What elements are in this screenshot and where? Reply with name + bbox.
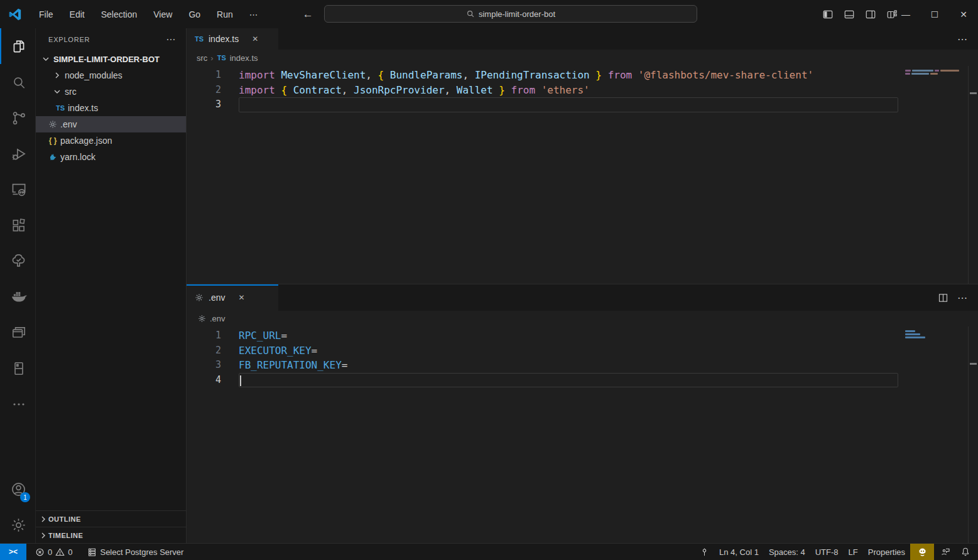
cursor-position[interactable]: Ln 4, Col 1 xyxy=(714,544,764,560)
overview-ruler xyxy=(968,66,978,284)
docker-icon[interactable] xyxy=(0,279,36,315)
code-line[interactable]: import { Contract, JsonRpcProvider, Wall… xyxy=(239,83,902,98)
window-close-icon[interactable]: ✕ xyxy=(949,0,978,28)
accounts-icon[interactable]: 1 xyxy=(0,471,36,507)
tree-item-label: .env xyxy=(60,119,77,129)
minimap[interactable] xyxy=(902,66,968,284)
tree-item-index-ts[interactable]: TS index.ts xyxy=(36,100,186,116)
menu-edit[interactable]: Edit xyxy=(62,7,93,22)
code-content[interactable]: RPC_URL= EXECUTOR_KEY= FB_REPUTATION_KEY… xyxy=(239,326,902,544)
chevron-right-icon xyxy=(52,70,62,80)
eol-indicator[interactable]: LF xyxy=(844,544,863,560)
search-icon xyxy=(466,9,475,18)
settings-gear-icon[interactable] xyxy=(0,507,36,543)
code-line[interactable]: FB_REPUTATION_KEY= xyxy=(239,358,902,373)
ports-indicator[interactable] xyxy=(695,544,714,560)
breadcrumb-file[interactable]: index.ts xyxy=(230,53,258,63)
window-maximize-icon[interactable]: ☐ xyxy=(920,0,949,28)
menu-view[interactable]: View xyxy=(145,7,180,22)
postgres-server-label: Select Postgres Server xyxy=(100,547,183,557)
warning-icon xyxy=(55,547,65,557)
tree-item-node-modules[interactable]: node_modules xyxy=(36,67,186,83)
accounts-badge: 1 xyxy=(20,492,30,502)
port-icon xyxy=(700,547,709,557)
code-line[interactable]: import MevShareClient, { BundleParams, I… xyxy=(239,68,902,83)
code-line[interactable]: EXECUTOR_KEY= xyxy=(239,343,902,358)
explorer-title: EXPLORER xyxy=(48,36,90,43)
tree-item-label: index.ts xyxy=(68,103,98,113)
menu-more-icon[interactable]: ⋯ xyxy=(241,7,266,22)
menu-file[interactable]: File xyxy=(31,7,62,22)
titlebar: File Edit Selection View Go Run ⋯ ← → si… xyxy=(0,0,978,28)
remote-explorer-icon[interactable] xyxy=(0,171,36,207)
editor-group-bottom: .env ✕ ⋯ .env 1 2 3 xyxy=(187,284,978,543)
editor-gutter[interactable]: 1 2 3 xyxy=(187,66,239,284)
history-back-icon[interactable]: ← xyxy=(303,8,313,21)
remote-indicator[interactable]: >< xyxy=(0,544,26,560)
feedback-item[interactable] xyxy=(934,544,957,560)
database-icon[interactable] xyxy=(0,350,36,386)
explorer-more-actions-icon[interactable]: ⋯ xyxy=(162,33,180,46)
gear-file-icon xyxy=(197,314,207,324)
code-editor-index-ts[interactable]: 1 2 3 import MevShareClient, { BundlePar… xyxy=(187,66,978,284)
editor-gutter[interactable]: 1 2 3 4 xyxy=(187,326,239,544)
postgres-server-item[interactable]: Select Postgres Server xyxy=(82,544,188,560)
indentation-label: Spaces: 4 xyxy=(769,547,805,557)
menu-run[interactable]: Run xyxy=(209,7,241,22)
toggle-secondary-sidebar-icon[interactable] xyxy=(865,9,876,20)
explorer-icon[interactable] xyxy=(0,28,36,64)
code-line-current[interactable] xyxy=(239,97,898,112)
editor-more-actions-icon[interactable]: ⋯ xyxy=(957,292,968,304)
tree-item-label: src xyxy=(65,87,77,97)
toggle-panel-icon[interactable] xyxy=(844,9,855,20)
search-sidebar-icon[interactable] xyxy=(0,64,36,100)
code-content[interactable]: import MevShareClient, { BundleParams, I… xyxy=(239,66,902,284)
tab-index-ts[interactable]: TS index.ts ✕ xyxy=(187,28,278,50)
problems-indicator[interactable]: 0 0 xyxy=(30,544,77,560)
code-editor-env[interactable]: 1 2 3 4 RPC_URL= EXECUTOR_KEY= FB_REPUTA… xyxy=(187,326,978,544)
window-minimize-icon[interactable]: — xyxy=(891,0,920,28)
split-editor-icon[interactable] xyxy=(938,293,948,303)
extensions-icon[interactable] xyxy=(0,207,36,243)
tab-env[interactable]: .env ✕ xyxy=(187,284,278,311)
feedback-icon xyxy=(940,547,950,557)
language-mode[interactable]: Properties xyxy=(863,544,910,560)
tab-close-icon[interactable]: ✕ xyxy=(252,35,258,43)
breadcrumb-folder[interactable]: src xyxy=(197,53,207,63)
copilot-status[interactable] xyxy=(910,544,934,560)
outline-section[interactable]: OUTLINE xyxy=(36,510,186,527)
line-number: 2 xyxy=(187,343,239,358)
breadcrumb-file[interactable]: .env xyxy=(210,314,225,323)
indentation-indicator[interactable]: Spaces: 4 xyxy=(764,544,810,560)
live-preview-icon[interactable] xyxy=(0,315,36,350)
menu-selection[interactable]: Selection xyxy=(93,7,146,22)
encoding-label: UTF-8 xyxy=(815,547,839,557)
testing-tree-icon[interactable] xyxy=(0,243,36,279)
code-line-current[interactable] xyxy=(239,373,898,388)
chevron-down-icon xyxy=(52,87,62,97)
text-cursor xyxy=(240,375,241,386)
toggle-primary-sidebar-icon[interactable] xyxy=(822,9,834,20)
editor-more-actions-icon[interactable]: ⋯ xyxy=(957,33,968,45)
tree-item-package-json[interactable]: { } package.json xyxy=(36,132,186,149)
tree-item-src[interactable]: src xyxy=(36,83,186,100)
minimap[interactable] xyxy=(902,326,968,544)
explorer-sidebar: EXPLORER ⋯ SIMPLE-LIMIT-ORDER-BOT node_m… xyxy=(36,28,187,543)
code-line[interactable]: RPC_URL= xyxy=(239,328,902,343)
tree-item-env[interactable]: .env xyxy=(36,116,186,132)
tab-close-icon[interactable]: ✕ xyxy=(238,293,244,302)
encoding-indicator[interactable]: UTF-8 xyxy=(810,544,844,560)
command-center-search[interactable]: simple-limit-order-bot xyxy=(324,5,697,23)
eol-label: LF xyxy=(849,547,858,557)
tree-root-folder[interactable]: SIMPLE-LIMIT-ORDER-BOT xyxy=(36,51,186,67)
tab-label: .env xyxy=(209,293,225,303)
tree-item-yarn-lock[interactable]: yarn.lock xyxy=(36,149,186,165)
tree-item-label: yarn.lock xyxy=(60,152,95,162)
line-number: 1 xyxy=(187,328,239,343)
menu-go[interactable]: Go xyxy=(180,7,209,22)
timeline-section[interactable]: TIMELINE xyxy=(36,527,186,543)
notifications-item[interactable] xyxy=(957,544,978,560)
source-control-icon[interactable] xyxy=(0,100,36,136)
run-debug-icon[interactable] xyxy=(0,136,36,171)
more-views-icon[interactable] xyxy=(0,386,36,422)
